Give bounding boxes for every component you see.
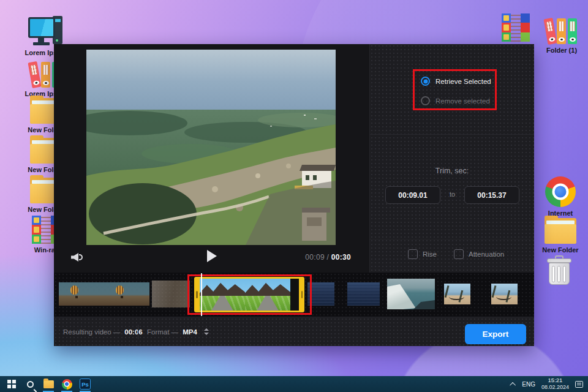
desktop-icon-folder-right[interactable]: New Folder [535, 218, 586, 254]
format-label: Format — [147, 328, 178, 336]
export-button[interactable]: Export [465, 324, 526, 344]
retrieve-selected-option[interactable]: Retrieve Selected [421, 77, 491, 86]
explorer-folder-icon [43, 380, 54, 388]
resulting-video-label: Resulting video — [63, 328, 120, 336]
radio-label: Remove selected [435, 97, 490, 105]
checkbox-label: Attenuation [469, 251, 504, 258]
annotation-box-clip [187, 274, 312, 315]
timeline-thumb-balloon[interactable] [59, 282, 104, 306]
trim-from-input[interactable] [385, 186, 440, 204]
attenuation-checkbox[interactable] [454, 249, 464, 259]
binders-icon [546, 16, 578, 44]
video-preview[interactable] [86, 50, 336, 245]
volume-icon[interactable] [71, 252, 83, 263]
trim-to-input[interactable] [464, 186, 519, 204]
action-center-icon[interactable] [575, 381, 583, 388]
timeline-thumb-sea[interactable] [347, 282, 380, 306]
rise-checkbox[interactable] [408, 249, 418, 259]
taskbar-clock[interactable]: 15:21 08.02.2024 [541, 377, 569, 390]
taskbar: Ps ENG 15:21 08.02.2024 [0, 376, 588, 392]
trim-to-word: to [445, 190, 460, 198]
format-selector[interactable]: Format — MP4 [147, 317, 209, 346]
player-controls: 00:09 / 00:30 [54, 245, 369, 273]
radio-unselected-icon[interactable] [421, 96, 430, 105]
landscape-video-frame [86, 50, 336, 245]
taskbar-search[interactable] [21, 376, 39, 392]
language-indicator[interactable]: ENG [522, 381, 535, 388]
search-icon [27, 381, 34, 388]
resulting-video-info: Resulting video — 00:06 [63, 317, 143, 346]
rise-option[interactable]: Rise [408, 249, 437, 259]
clock-date: 08.02.2024 [541, 384, 569, 390]
winrar-icon [502, 13, 530, 42]
desktop-icon-internet[interactable]: Internet [535, 176, 586, 217]
desktop-icon-winrar-top[interactable] [490, 13, 541, 42]
format-stepper-icon[interactable] [204, 328, 209, 335]
video-pane: 00:09 / 00:30 [54, 44, 369, 273]
video-editor-window: 00:09 / 00:30 Retrieve Selected Remove s… [54, 44, 534, 346]
desktop-icon-trash[interactable] [533, 255, 585, 285]
time-separator: / [327, 253, 330, 262]
radio-label: Retrieve Selected [435, 78, 491, 85]
radio-selected-icon[interactable] [421, 77, 430, 86]
playhead[interactable] [201, 273, 202, 316]
icon-label: Folder (1) [546, 47, 577, 54]
taskbar-photoshop[interactable]: Ps [76, 376, 94, 392]
total-time: 00:30 [331, 253, 351, 262]
chrome-icon [62, 379, 72, 390]
remove-selected-option[interactable]: Remove selected [421, 96, 490, 105]
computer-icon [28, 16, 64, 47]
timeline-thumb-hammock[interactable] [491, 284, 518, 304]
timecode: 00:09 / 00:30 [305, 253, 351, 262]
attenuation-option[interactable]: Attenuation [454, 249, 504, 259]
current-time: 00:09 [305, 253, 325, 262]
resulting-video-value: 00:06 [124, 328, 142, 336]
chrome-icon [545, 176, 576, 207]
export-bar: Resulting video — 00:06 Format — MP4 Exp… [54, 317, 534, 346]
taskbar-explorer[interactable] [39, 376, 58, 392]
checkbox-label: Rise [423, 251, 437, 258]
timeline-thumb-hammock[interactable] [444, 284, 470, 304]
desktop-icon-folder-1-binders[interactable]: Folder (1) [536, 16, 587, 54]
clock-time: 15:21 [541, 377, 569, 384]
start-button[interactable] [2, 376, 21, 392]
trim-section-title: Trim, sec: [370, 167, 534, 175]
icon-label: New Folder [542, 246, 578, 254]
trash-icon [546, 255, 573, 285]
tray-chevron-icon[interactable] [510, 382, 516, 388]
timeline-thumb-cliff[interactable] [387, 279, 435, 309]
format-value: MP4 [183, 328, 197, 336]
timeline-track[interactable] [54, 273, 534, 317]
timeline-thumb-balloon[interactable] [104, 282, 149, 306]
desktop-background: Lorem Ipsum Lorem Ipsum New Folder New F… [0, 0, 588, 392]
windows-icon [7, 380, 16, 388]
photoshop-icon: Ps [80, 379, 91, 390]
taskbar-chrome[interactable] [58, 376, 76, 392]
divider [370, 134, 534, 135]
settings-pane: Retrieve Selected Remove selected Trim, … [369, 44, 534, 273]
timeline-thumb-sand[interactable] [152, 281, 190, 307]
play-button[interactable] [207, 250, 217, 262]
folder-icon [545, 218, 576, 244]
annotation-box-selection: Retrieve Selected Remove selected [413, 69, 497, 110]
divider [370, 239, 534, 239]
divider [138, 325, 138, 339]
